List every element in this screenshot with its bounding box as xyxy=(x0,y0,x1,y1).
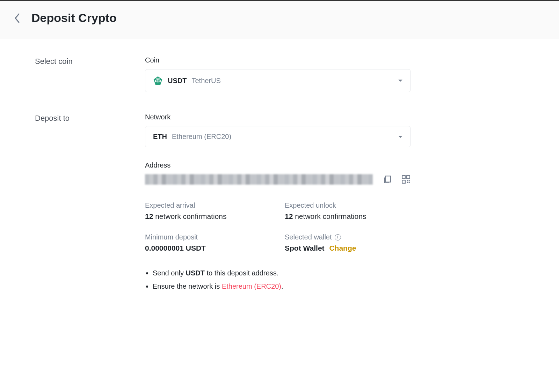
coin-name: TetherUS xyxy=(191,77,220,85)
selected-wallet-value: Spot Wallet Change xyxy=(285,244,411,252)
minimum-deposit-amount: 0.00000001 USDT xyxy=(145,244,206,252)
selected-wallet: Selected wallet i Spot Wallet Change xyxy=(285,233,411,252)
content-area: Select coin Coin USDT TetherUS Deposit xyxy=(0,39,559,336)
note1-bold: USDT xyxy=(186,269,205,277)
copy-button[interactable] xyxy=(383,175,392,184)
svg-rect-10 xyxy=(407,182,408,183)
svg-rect-5 xyxy=(402,176,405,179)
tether-icon xyxy=(153,76,163,86)
expected-unlock-suffix: network confirmations xyxy=(293,212,366,220)
minimum-deposit: Minimum deposit 0.00000001 USDT xyxy=(145,233,271,252)
expected-unlock: Expected unlock 12 network confirmations xyxy=(285,201,411,221)
expected-unlock-value: 12 network confirmations xyxy=(285,212,411,221)
expected-arrival: Expected arrival 12 network confirmation… xyxy=(145,201,271,221)
selected-wallet-label: Selected wallet i xyxy=(285,233,411,241)
deposit-to-content: Network ETH Ethereum (ERC20) Address xyxy=(145,113,411,294)
svg-rect-11 xyxy=(409,182,410,183)
expected-arrival-count: 12 xyxy=(145,212,153,220)
address-section: Address xyxy=(145,161,411,185)
expected-arrival-suffix: network confirmations xyxy=(153,212,226,220)
coin-symbol: USDT xyxy=(168,77,187,85)
address-row xyxy=(145,174,411,185)
expected-unlock-label: Expected unlock xyxy=(285,201,411,209)
note2-red: Ethereum (ERC20) xyxy=(222,282,281,290)
caret-down-icon xyxy=(398,80,402,82)
address-value[interactable] xyxy=(145,174,373,185)
chevron-left-icon xyxy=(14,13,21,24)
coin-select[interactable]: USDT TetherUS xyxy=(145,69,411,92)
svg-rect-8 xyxy=(407,180,408,181)
network-symbol: ETH xyxy=(153,133,167,141)
note2-pre: Ensure the network is xyxy=(153,282,222,290)
network-select[interactable]: ETH Ethereum (ERC20) xyxy=(145,126,411,147)
svg-rect-7 xyxy=(402,180,405,183)
copy-icon xyxy=(383,175,392,184)
svg-rect-6 xyxy=(407,176,410,179)
qr-code-icon xyxy=(401,175,411,184)
page-header: Deposit Crypto xyxy=(0,0,559,39)
caret-down-icon xyxy=(398,136,402,138)
note1-post: to this deposit address. xyxy=(205,269,278,277)
page-title: Deposit Crypto xyxy=(31,11,117,25)
svg-rect-9 xyxy=(409,180,410,181)
network-field-label: Network xyxy=(145,113,411,121)
qr-code-button[interactable] xyxy=(401,175,411,184)
minimum-deposit-value: 0.00000001 USDT xyxy=(145,244,271,252)
coin-field-label: Coin xyxy=(145,56,411,64)
note2-post: . xyxy=(281,282,283,290)
selected-wallet-label-text: Selected wallet xyxy=(285,233,332,241)
deposit-to-row: Deposit to Network ETH Ethereum (ERC20) … xyxy=(35,113,524,294)
select-coin-content: Coin USDT TetherUS xyxy=(145,56,411,92)
back-button[interactable] xyxy=(14,13,21,24)
select-coin-row: Select coin Coin USDT TetherUS xyxy=(35,56,524,92)
expected-arrival-label: Expected arrival xyxy=(145,201,271,209)
info-grid: Expected arrival 12 network confirmation… xyxy=(145,201,411,252)
address-field-label: Address xyxy=(145,161,411,169)
info-icon[interactable]: i xyxy=(335,234,341,241)
change-wallet-link[interactable]: Change xyxy=(329,244,356,252)
deposit-to-label: Deposit to xyxy=(35,113,145,294)
select-coin-label: Select coin xyxy=(35,56,145,92)
network-name: Ethereum (ERC20) xyxy=(172,133,231,141)
note-send-only: Send only USDT to this deposit address. xyxy=(153,268,411,278)
minimum-deposit-label: Minimum deposit xyxy=(145,233,271,241)
deposit-notes: Send only USDT to this deposit address. … xyxy=(145,268,411,291)
svg-rect-4 xyxy=(386,176,391,182)
expected-unlock-count: 12 xyxy=(285,212,293,220)
note1-pre: Send only xyxy=(153,269,186,277)
wallet-name: Spot Wallet xyxy=(285,244,325,252)
expected-arrival-value: 12 network confirmations xyxy=(145,212,271,221)
note-ensure-network: Ensure the network is Ethereum (ERC20). xyxy=(153,281,411,291)
